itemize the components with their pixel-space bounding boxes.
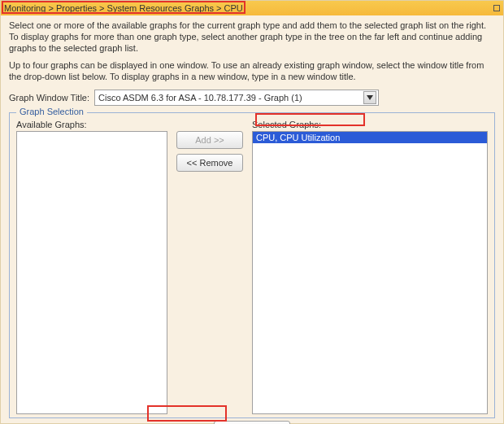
- window-title-row: Graph Window Title: Cisco ASDM 6.3 for A…: [9, 90, 495, 106]
- add-button[interactable]: Add >>: [176, 131, 243, 149]
- panel-window: Monitoring > Properties > System Resourc…: [0, 0, 504, 424]
- selected-graphs-list[interactable]: CPU, CPU Utilization: [252, 131, 488, 414]
- remove-button[interactable]: << Remove: [176, 154, 243, 172]
- breadcrumb: Monitoring > Properties > System Resourc…: [4, 3, 243, 13]
- selected-graphs-label: Selected Graphs:: [252, 120, 488, 129]
- graph-selection-fieldset: Graph Selection Available Graphs: Add >>…: [9, 112, 495, 418]
- titlebar: Monitoring > Properties > System Resourc…: [1, 1, 503, 15]
- instructions-1: Select one or more of the available grap…: [9, 20, 495, 54]
- show-graphs-button[interactable]: Show Graphs...: [214, 421, 290, 424]
- chevron-down-icon[interactable]: [363, 91, 376, 104]
- available-graphs-label: Available Graphs:: [16, 120, 167, 129]
- graph-selection-legend: Graph Selection: [16, 107, 87, 116]
- window-title-label: Graph Window Title:: [9, 93, 89, 103]
- window-title-combo[interactable]: Cisco ASDM 6.3 for ASA - 10.78.177.39 - …: [94, 90, 379, 106]
- available-graphs-list[interactable]: [16, 131, 167, 414]
- footer: Show Graphs...: [9, 418, 495, 424]
- list-item[interactable]: CPU, CPU Utilization: [253, 132, 487, 143]
- window-title-value: Cisco ASDM 6.3 for ASA - 10.78.177.39 - …: [98, 93, 302, 103]
- body: Select one or more of the available grap…: [1, 15, 503, 424]
- instructions-2: Up to four graphs can be displayed in on…: [9, 60, 495, 83]
- maximize-icon[interactable]: [493, 5, 500, 11]
